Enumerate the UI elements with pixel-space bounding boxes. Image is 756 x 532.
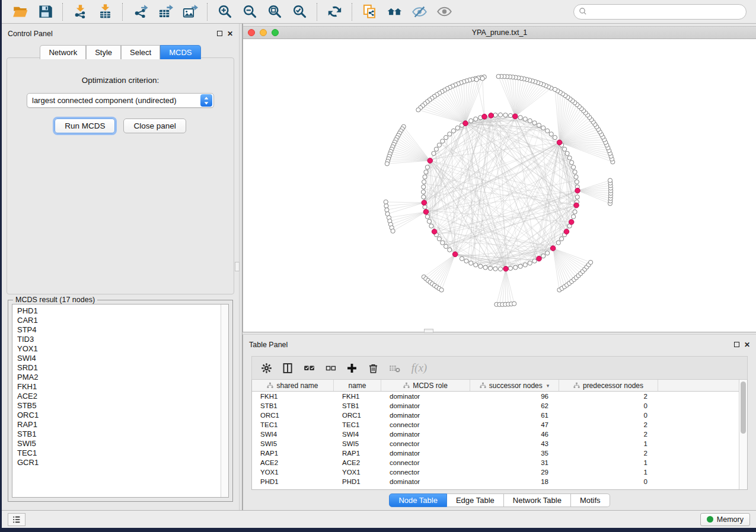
- network-node[interactable]: [573, 170, 577, 174]
- column-header-name[interactable]: name: [334, 380, 381, 391]
- table-cell[interactable]: 0: [559, 402, 658, 409]
- table-cell[interactable]: 1: [559, 469, 658, 476]
- network-node[interactable]: [448, 248, 452, 252]
- mcds-result-item[interactable]: PHD1: [17, 306, 221, 316]
- table-cell[interactable]: 2: [559, 421, 658, 428]
- network-node[interactable]: [556, 241, 560, 245]
- network-node[interactable]: [541, 254, 546, 258]
- add-column-button[interactable]: [342, 358, 361, 377]
- mcds-hub-node[interactable]: [550, 246, 556, 251]
- network-node[interactable]: [385, 208, 389, 212]
- network-node[interactable]: [422, 180, 426, 184]
- network-node[interactable]: [553, 87, 557, 91]
- table-cell[interactable]: 46: [470, 431, 559, 438]
- table-cell[interactable]: dominator: [381, 393, 470, 400]
- network-node[interactable]: [483, 265, 487, 270]
- mcds-hub-node[interactable]: [569, 219, 574, 225]
- search-input[interactable]: [573, 4, 747, 20]
- network-node[interactable]: [572, 214, 576, 219]
- table-row[interactable]: SWI4SWI4dominator462: [252, 430, 739, 439]
- table-cell[interactable]: ORC1: [252, 412, 334, 419]
- table-row[interactable]: STB1STB1dominator620: [252, 401, 739, 411]
- table-cell[interactable]: 47: [470, 421, 559, 428]
- table-cell[interactable]: YOX1: [334, 469, 381, 476]
- network-node[interactable]: [421, 190, 425, 194]
- network-canvas[interactable]: [243, 39, 756, 332]
- table-cell[interactable]: connector: [381, 469, 470, 476]
- network-node[interactable]: [460, 257, 464, 261]
- table-cell[interactable]: 43: [470, 440, 559, 447]
- close-table-panel-icon[interactable]: ✕: [744, 341, 750, 348]
- table-cell[interactable]: YOX1: [252, 469, 334, 476]
- column-header-MCDS-role[interactable]: MCDS role: [381, 380, 470, 391]
- table-scrollbar[interactable]: [739, 380, 747, 489]
- table-cell[interactable]: TEC1: [334, 421, 381, 428]
- network-node[interactable]: [575, 180, 579, 184]
- network-node[interactable]: [469, 118, 473, 123]
- tab-network[interactable]: Network: [40, 45, 86, 59]
- network-node[interactable]: [512, 302, 516, 306]
- mcds-hub-node[interactable]: [422, 200, 427, 206]
- table-cell[interactable]: RAP1: [334, 450, 381, 457]
- network-node[interactable]: [546, 251, 550, 255]
- table-row[interactable]: PHD1PHD1dominator180: [252, 477, 739, 486]
- show-all-button[interactable]: [432, 2, 457, 22]
- mcds-result-item[interactable]: SWI4: [17, 354, 221, 363]
- export-image-button[interactable]: [177, 2, 202, 22]
- network-node[interactable]: [444, 135, 448, 139]
- mcds-hub-node[interactable]: [482, 114, 487, 120]
- tab-motifs[interactable]: Motifs: [571, 493, 610, 507]
- mcds-result-item[interactable]: YOX1: [17, 344, 221, 354]
- memory-button[interactable]: Memory: [700, 513, 750, 526]
- column-header-shared-name[interactable]: shared name: [252, 380, 334, 391]
- table-row[interactable]: FKH1FKH1dominator962: [252, 392, 739, 401]
- mcds-result-item[interactable]: STB5: [17, 401, 221, 411]
- network-node[interactable]: [425, 214, 429, 219]
- table-cell[interactable]: SWI5: [334, 440, 381, 447]
- delete-column-button[interactable]: [363, 358, 382, 377]
- table-cell[interactable]: connector: [381, 459, 470, 466]
- column-header-successor-nodes[interactable]: successor nodes▾: [470, 380, 559, 391]
- table-cell[interactable]: 62: [470, 402, 559, 409]
- table-cell[interactable]: 31: [470, 459, 559, 466]
- network-node[interactable]: [427, 219, 431, 223]
- network-node[interactable]: [562, 147, 566, 151]
- network-node[interactable]: [565, 151, 569, 155]
- table-cell[interactable]: SWI4: [252, 431, 334, 438]
- network-node[interactable]: [439, 288, 444, 292]
- table-options-button[interactable]: [257, 358, 276, 377]
- network-node[interactable]: [567, 156, 572, 160]
- save-session-button[interactable]: [33, 2, 58, 22]
- table-cell[interactable]: connector: [381, 421, 470, 428]
- tab-select[interactable]: Select: [121, 45, 160, 59]
- open-session-button[interactable]: [8, 2, 33, 22]
- select-all-rows-button[interactable]: [299, 358, 318, 377]
- table-cell[interactable]: SWI5: [252, 440, 334, 447]
- network-node[interactable]: [572, 165, 576, 169]
- table-cell[interactable]: TEC1: [252, 421, 334, 428]
- network-node[interactable]: [451, 129, 455, 133]
- table-row[interactable]: ACE2ACE2connector311: [252, 458, 739, 467]
- table-cell[interactable]: dominator: [381, 431, 470, 438]
- network-node[interactable]: [523, 117, 527, 121]
- zoom-selected-button[interactable]: [287, 2, 312, 22]
- table-cell[interactable]: 29: [470, 469, 559, 476]
- network-node[interactable]: [474, 263, 478, 267]
- refresh-layout-button[interactable]: [322, 2, 347, 22]
- network-node[interactable]: [422, 185, 426, 189]
- mcds-hub-node[interactable]: [489, 113, 494, 118]
- mcds-result-item[interactable]: SWI5: [17, 439, 221, 448]
- network-node[interactable]: [384, 200, 388, 204]
- mcds-list-scrollbar[interactable]: [221, 305, 228, 497]
- network-node[interactable]: [424, 170, 428, 174]
- import-table-button[interactable]: [92, 2, 117, 22]
- network-node[interactable]: [498, 267, 502, 271]
- float-table-panel-icon[interactable]: [734, 341, 739, 348]
- zoom-out-button[interactable]: [237, 2, 262, 22]
- close-panel-icon[interactable]: ✕: [227, 30, 233, 37]
- network-node[interactable]: [469, 261, 473, 265]
- table-cell[interactable]: PHD1: [334, 478, 381, 485]
- mcds-hub-node[interactable]: [452, 252, 458, 257]
- tab-style[interactable]: Style: [86, 45, 121, 59]
- network-node[interactable]: [423, 175, 427, 179]
